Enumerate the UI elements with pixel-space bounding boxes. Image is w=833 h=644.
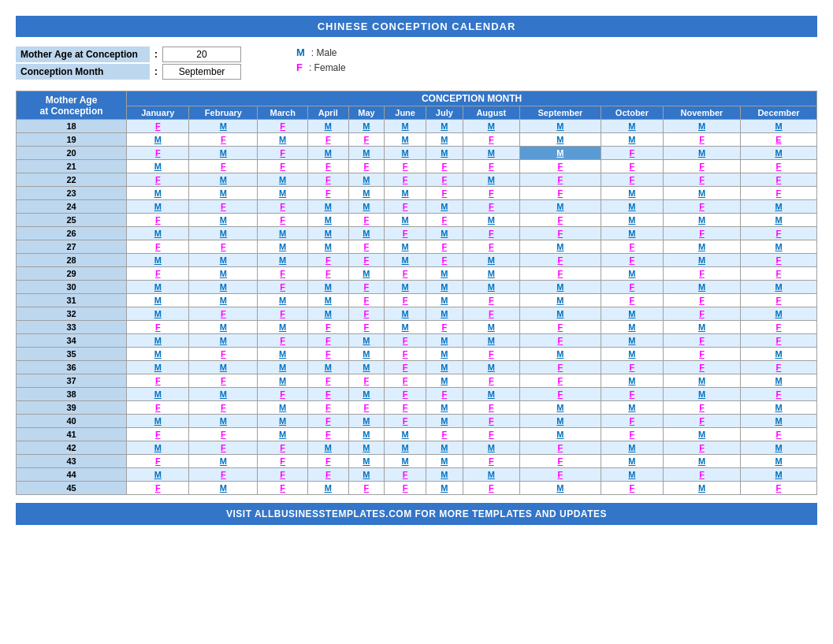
calendar-cell: M [348,468,385,482]
calendar-cell: M [519,120,601,133]
calendar-cell: M [348,388,385,401]
footer-bar[interactable]: VISIT ALLBUSINESSTEMPLATES.COM FOR MORE … [16,503,817,525]
age-cell-30: 30 [17,281,127,294]
calendar-cell: M [385,455,426,468]
calendar-cell: F [307,468,348,482]
calendar-cell: F [258,441,307,455]
calendar-cell: F [519,214,601,227]
calendar-cell: M [426,307,463,321]
calendar-cell: M [601,321,663,334]
calendar-cell: F [664,361,741,374]
age-value[interactable]: 20 [162,47,241,62]
calendar-cell: F [426,214,463,227]
calendar-cell: M [348,120,385,133]
calendar-cell: F [189,307,258,321]
calendar-cell: M [127,200,189,214]
calendar-cell: M [463,388,519,401]
age-cell-32: 32 [17,307,127,321]
calendar-cell: M [463,147,519,160]
calendar-cell: F [307,133,348,147]
calendar-cell: M [127,388,189,401]
month-value[interactable]: September [162,64,241,80]
calendar-cell: M [127,187,189,200]
calendar-cell: F [385,294,426,307]
age-cell-45: 45 [17,482,127,495]
calendar-cell: F [519,455,601,468]
month-label: Conception Month [16,64,150,80]
table-row: 38MMFFMFFMFFMF [17,388,817,401]
calendar-cell: F [348,307,385,321]
calendar-cell: F [519,227,601,240]
calendar-cell: F [348,321,385,334]
title-text: CHINESE CONCEPTION CALENDAR [318,20,516,32]
calendar-cell: F [385,374,426,388]
table-row: 41FFMFMMFFMFMF [17,428,817,441]
calendar-cell: F [426,173,463,187]
calendar-cell: M [307,214,348,227]
calendar-cell: F [740,227,816,240]
month-header-may: May [348,106,385,120]
legend-f-label: : Female [309,62,346,73]
calendar-cell: M [258,227,307,240]
calendar-table: Mother Ageat Conception CONCEPTION MONTH… [16,91,817,495]
calendar-cell: F [519,374,601,388]
calendar-cell: M [463,441,519,455]
calendar-cell: F [664,200,741,214]
calendar-cell: F [664,348,741,361]
calendar-cell: M [258,401,307,415]
calendar-cell: F [127,321,189,334]
calendar-cell: M [664,281,741,294]
calendar-cell: M [519,240,601,254]
calendar-cell: F [519,187,601,200]
calendar-cell: F [307,267,348,281]
table-row: 20FMFMMMMMMFMM [17,147,817,160]
calendar-cell: F [463,401,519,415]
table-row: 35MFMFMFMFMMFM [17,348,817,361]
calendar-cell: F [348,482,385,495]
calendar-cell: M [519,401,601,415]
calendar-cell: M [385,187,426,200]
age-cell-23: 23 [17,187,127,200]
calendar-cell: M [189,227,258,240]
calendar-cell: M [189,334,258,348]
calendar-cell: M [127,468,189,482]
table-row: 44MFFFMFMMFMFM [17,468,817,482]
calendar-cell: F [127,147,189,160]
calendar-cell: M [385,321,426,334]
month-header-april: April [307,106,348,120]
calendar-cell: F [601,482,663,495]
calendar-cell: F [258,267,307,281]
calendar-cell: F [127,401,189,415]
calendar-cell: F [740,160,816,173]
calendar-cell: F [385,361,426,374]
calendar-cell: M [385,240,426,254]
month-names-row: JanuaryFebruaryMarchAprilMayJuneJulyAugu… [17,106,817,120]
calendar-cell: M [348,361,385,374]
calendar-cell: M [127,348,189,361]
calendar-cell: M [426,147,463,160]
calendar-cell: M [189,321,258,334]
calendar-cell: E [740,133,816,147]
calendar-cell: M [463,173,519,187]
calendar-cell: F [258,281,307,294]
calendar-cell: M [307,294,348,307]
calendar-cell: F [127,240,189,254]
calendar-cell: M [189,254,258,267]
calendar-cell: F [189,374,258,388]
calendar-cell: M [426,281,463,294]
calendar-cell: M [740,415,816,428]
calendar-cell: M [426,348,463,361]
table-row: 42MFFMMMMMFMFM [17,441,817,455]
age-cell-33: 33 [17,321,127,334]
calendar-cell: F [463,200,519,214]
calendar-cell: F [127,482,189,495]
calendar-cell: F [307,321,348,334]
calendar-cell: M [601,468,663,482]
age-cell-19: 19 [17,133,127,147]
calendar-cell: F [189,200,258,214]
calendar-cell: M [127,281,189,294]
calendar-cell: M [189,187,258,200]
age-cell-31: 31 [17,294,127,307]
calendar-cell: M [307,240,348,254]
calendar-cell: F [519,321,601,334]
